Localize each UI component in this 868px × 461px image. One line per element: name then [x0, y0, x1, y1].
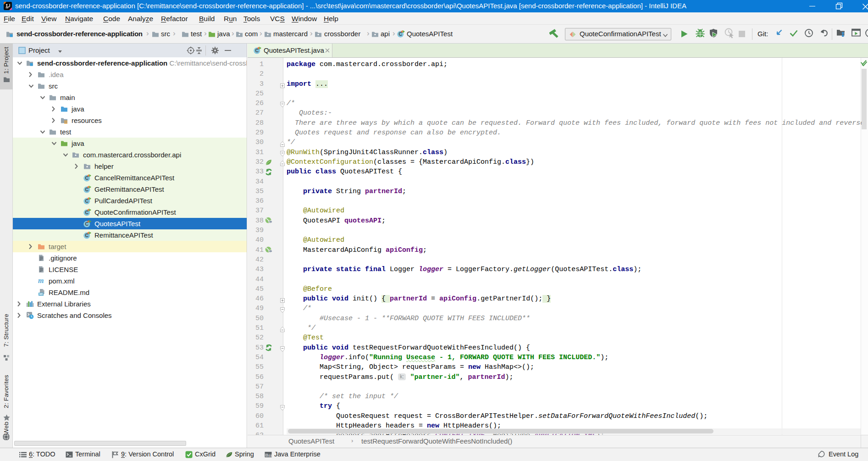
svg-text:m: m [38, 277, 44, 284]
svg-text:EE: EE [268, 454, 272, 457]
svg-text:MD: MD [39, 293, 43, 295]
